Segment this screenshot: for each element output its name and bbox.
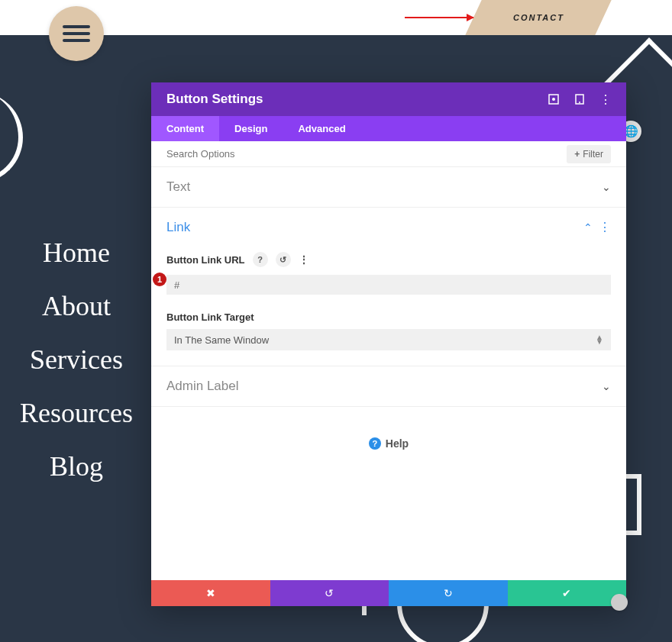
svg-point-1 [552, 98, 555, 101]
save-button[interactable]: ✔ [508, 580, 627, 606]
section-link: Link ⌃ ⋮ Button Link URL ? ↺ ⋮ Button Li… [151, 208, 626, 366]
search-row: Filter [151, 141, 626, 167]
select-arrows-icon: ▲▼ [596, 335, 603, 344]
floating-handle[interactable] [611, 594, 628, 611]
help-label: Help [386, 437, 409, 450]
nav-item-resources[interactable]: Resources [20, 397, 133, 429]
annotation-arrow [405, 17, 473, 18]
hamburger-menu-button[interactable] [49, 6, 104, 61]
nav-item-services[interactable]: Services [30, 344, 123, 376]
select-value: In The Same Window [174, 334, 269, 346]
annotation-marker-1: 1 [153, 273, 166, 286]
chevron-up-icon: ⌃ [583, 221, 593, 234]
field-more-icon[interactable]: ⋮ [299, 253, 309, 266]
modal-header: Button Settings ⋮ [151, 82, 626, 116]
cancel-button[interactable]: ✖ [151, 580, 270, 606]
modal-tabs: Content Design Advanced [151, 116, 626, 141]
tab-design[interactable]: Design [219, 116, 283, 141]
button-link-target-select[interactable]: In The Same Window ▲▼ [166, 329, 611, 350]
chevron-down-icon: ⌄ [602, 181, 611, 193]
tab-content[interactable]: Content [151, 116, 219, 141]
button-settings-modal: Button Settings ⋮ Content Design Advance… [151, 82, 626, 606]
modal-footer: ✖ ↺ ↻ ✔ [151, 580, 626, 606]
button-link-target-label: Button Link Target [166, 311, 611, 323]
section-admin-title: Admin Label [166, 379, 239, 394]
contact-label: CONTACT [513, 13, 564, 22]
section-text-title: Text [166, 179, 190, 195]
nav-item-home[interactable]: Home [43, 237, 110, 269]
section-admin-label: Admin Label ⌄ [151, 366, 626, 407]
section-more-icon[interactable]: ⋮ [599, 221, 611, 234]
tab-advanced[interactable]: Advanced [283, 116, 360, 141]
help-icon[interactable]: ? [253, 252, 268, 267]
contact-button[interactable]: CONTACT [465, 0, 611, 35]
redo-button[interactable]: ↻ [389, 580, 508, 606]
help-question-icon: ? [369, 437, 381, 450]
search-options-input[interactable] [166, 148, 396, 160]
section-text: Text ⌄ [151, 167, 626, 208]
chevron-down-icon: ⌄ [602, 380, 611, 392]
modal-title: Button Settings [166, 92, 263, 107]
nav-item-about[interactable]: About [42, 290, 111, 322]
more-icon[interactable]: ⋮ [600, 94, 611, 105]
decorative-shape [0, 92, 23, 183]
section-text-toggle[interactable]: Text ⌄ [151, 167, 626, 207]
button-link-url-input[interactable] [166, 275, 611, 295]
button-link-url-label: Button Link URL [166, 254, 245, 266]
tablet-preview-icon[interactable] [574, 94, 585, 105]
reset-icon[interactable]: ↺ [276, 252, 291, 267]
nav-item-blog[interactable]: Blog [50, 450, 103, 482]
expand-icon[interactable] [548, 94, 559, 105]
filter-button[interactable]: Filter [567, 145, 611, 163]
help-row[interactable]: ? Help [151, 407, 626, 580]
undo-button[interactable]: ↺ [270, 580, 389, 606]
section-link-toggle[interactable]: Link ⌃ ⋮ [151, 208, 626, 247]
section-link-title: Link [166, 220, 190, 235]
section-link-body: Button Link URL ? ↺ ⋮ Button Link Target… [151, 252, 626, 366]
section-admin-toggle[interactable]: Admin Label ⌄ [151, 366, 626, 406]
main-nav: Home About Services Resources Blog [0, 237, 153, 482]
